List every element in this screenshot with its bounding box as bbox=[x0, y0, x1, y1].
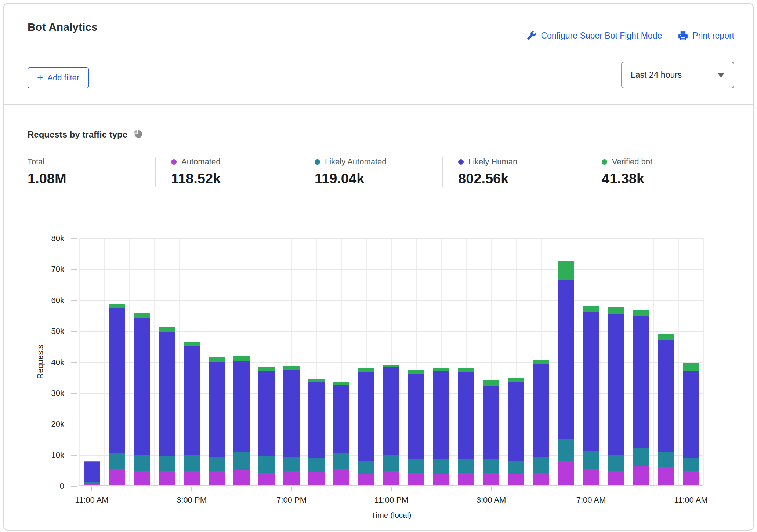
bar-segment-likely-human[interactable] bbox=[558, 280, 574, 439]
stacked-bar-15[interactable] bbox=[433, 238, 449, 485]
bar-segment-likely-human[interactable] bbox=[383, 367, 399, 455]
bar-segment-likely-human[interactable] bbox=[209, 362, 225, 456]
bar-segment-verified-bot[interactable] bbox=[159, 327, 175, 332]
bar-segment-likely-human[interactable] bbox=[408, 374, 424, 459]
bar-segment-verified-bot[interactable] bbox=[358, 368, 374, 372]
bar-segment-likely-automated[interactable] bbox=[109, 453, 125, 469]
bar-segment-verified-bot[interactable] bbox=[84, 461, 100, 462]
stacked-bar-20[interactable] bbox=[558, 238, 574, 485]
stacked-bar-7[interactable] bbox=[233, 238, 250, 485]
stacked-bar-23[interactable] bbox=[633, 238, 649, 485]
bar-segment-likely-automated[interactable] bbox=[283, 457, 300, 472]
bar-segment-likely-human[interactable] bbox=[583, 312, 599, 451]
bar-segment-automated[interactable] bbox=[483, 473, 499, 485]
time-range-select[interactable]: Last 24 hours bbox=[621, 62, 734, 88]
stacked-bar-14[interactable] bbox=[408, 238, 424, 485]
bar-segment-automated[interactable] bbox=[658, 467, 674, 485]
bar-segment-automated[interactable] bbox=[633, 466, 649, 485]
bar-segment-automated[interactable] bbox=[258, 473, 275, 485]
bar-segment-likely-automated[interactable] bbox=[683, 458, 699, 471]
bar-segment-verified-bot[interactable] bbox=[283, 366, 300, 370]
bar-segment-likely-automated[interactable] bbox=[159, 456, 175, 471]
bar-segment-likely-human[interactable] bbox=[508, 382, 524, 460]
stacked-bar-3[interactable] bbox=[134, 238, 150, 485]
bar-segment-verified-bot[interactable] bbox=[483, 380, 499, 386]
bar-segment-likely-automated[interactable] bbox=[134, 455, 150, 471]
bar-segment-likely-automated[interactable] bbox=[258, 456, 275, 473]
stacked-bar-10[interactable] bbox=[308, 238, 325, 485]
stacked-bar-8[interactable] bbox=[258, 238, 275, 485]
bar-segment-automated[interactable] bbox=[308, 472, 325, 485]
bar-segment-verified-bot[interactable] bbox=[433, 368, 449, 371]
bar-segment-automated[interactable] bbox=[109, 469, 125, 485]
bar-segment-verified-bot[interactable] bbox=[658, 334, 674, 340]
bar-segment-likely-automated[interactable] bbox=[84, 482, 100, 484]
bar-segment-likely-human[interactable] bbox=[683, 371, 699, 458]
bar-segment-likely-automated[interactable] bbox=[458, 459, 474, 473]
bar-segment-likely-human[interactable] bbox=[458, 372, 474, 459]
bar-segment-automated[interactable] bbox=[159, 471, 175, 485]
bar-segment-automated[interactable] bbox=[433, 474, 449, 485]
configure-super-bot-fight-mode-link[interactable]: Configure Super Bot Fight Mode bbox=[526, 31, 662, 41]
stacked-bar-9[interactable] bbox=[283, 238, 300, 485]
bar-segment-automated[interactable] bbox=[283, 471, 300, 485]
bar-segment-likely-human[interactable] bbox=[283, 370, 300, 456]
bar-segment-automated[interactable] bbox=[383, 471, 399, 486]
bar-segment-likely-human[interactable] bbox=[483, 386, 499, 459]
bar-segment-likely-automated[interactable] bbox=[333, 453, 349, 469]
bar-segment-likely-human[interactable] bbox=[308, 382, 325, 458]
bar-segment-automated[interactable] bbox=[608, 471, 624, 486]
bar-segment-likely-human[interactable] bbox=[633, 316, 649, 448]
bar-segment-likely-automated[interactable] bbox=[433, 459, 449, 474]
bar-segment-likely-human[interactable] bbox=[233, 361, 250, 452]
bar-segment-likely-automated[interactable] bbox=[508, 461, 524, 474]
print-report-link[interactable]: Print report bbox=[678, 31, 734, 41]
bar-segment-likely-human[interactable] bbox=[109, 308, 125, 453]
bar-segment-automated[interactable] bbox=[84, 484, 100, 485]
stacked-bar-24[interactable] bbox=[658, 238, 674, 485]
bar-segment-likely-automated[interactable] bbox=[308, 458, 325, 472]
bar-segment-verified-bot[interactable] bbox=[633, 310, 649, 316]
bar-segment-likely-human[interactable] bbox=[658, 340, 674, 452]
bar-segment-automated[interactable] bbox=[408, 473, 424, 485]
bar-segment-likely-automated[interactable] bbox=[209, 457, 225, 472]
bar-segment-verified-bot[interactable] bbox=[408, 370, 424, 373]
bar-segment-likely-automated[interactable] bbox=[558, 439, 574, 460]
bar-segment-likely-automated[interactable] bbox=[633, 448, 649, 466]
bar-segment-likely-human[interactable] bbox=[533, 364, 549, 456]
bar-segment-likely-human[interactable] bbox=[608, 314, 624, 454]
bar-segment-likely-human[interactable] bbox=[333, 385, 349, 453]
bar-segment-verified-bot[interactable] bbox=[233, 356, 250, 361]
bar-segment-verified-bot[interactable] bbox=[583, 306, 599, 312]
bar-segment-verified-bot[interactable] bbox=[258, 367, 275, 371]
bar-segment-likely-automated[interactable] bbox=[233, 452, 250, 470]
bar-segment-verified-bot[interactable] bbox=[333, 382, 349, 385]
bar-segment-likely-automated[interactable] bbox=[533, 457, 549, 473]
stacked-bar-1[interactable] bbox=[84, 238, 100, 485]
bar-segment-likely-automated[interactable] bbox=[483, 459, 499, 473]
bar-segment-verified-bot[interactable] bbox=[209, 357, 225, 362]
bar-segment-likely-human[interactable] bbox=[134, 318, 150, 455]
stacked-bar-22[interactable] bbox=[608, 238, 624, 485]
bar-segment-likely-human[interactable] bbox=[184, 346, 200, 454]
bar-segment-verified-bot[interactable] bbox=[683, 363, 699, 371]
stacked-bar-2[interactable] bbox=[109, 238, 125, 485]
stacked-bar-12[interactable] bbox=[358, 238, 374, 485]
bar-segment-verified-bot[interactable] bbox=[184, 342, 200, 346]
bar-segment-likely-human[interactable] bbox=[358, 372, 374, 460]
bar-segment-likely-automated[interactable] bbox=[408, 459, 424, 472]
bar-segment-likely-automated[interactable] bbox=[658, 452, 674, 467]
bar-segment-automated[interactable] bbox=[184, 471, 200, 486]
bar-segment-automated[interactable] bbox=[209, 471, 225, 485]
add-filter-button[interactable]: + Add filter bbox=[28, 67, 89, 88]
bar-segment-verified-bot[interactable] bbox=[458, 368, 474, 371]
stacked-bar-25[interactable] bbox=[683, 238, 699, 485]
bar-segment-automated[interactable] bbox=[458, 473, 474, 485]
bar-segment-verified-bot[interactable] bbox=[608, 307, 624, 314]
bar-segment-verified-bot[interactable] bbox=[383, 365, 399, 367]
bar-segment-automated[interactable] bbox=[134, 471, 150, 485]
bar-segment-verified-bot[interactable] bbox=[533, 360, 549, 364]
bar-segment-automated[interactable] bbox=[533, 473, 549, 485]
bar-segment-automated[interactable] bbox=[583, 469, 599, 485]
bar-segment-automated[interactable] bbox=[508, 474, 524, 485]
